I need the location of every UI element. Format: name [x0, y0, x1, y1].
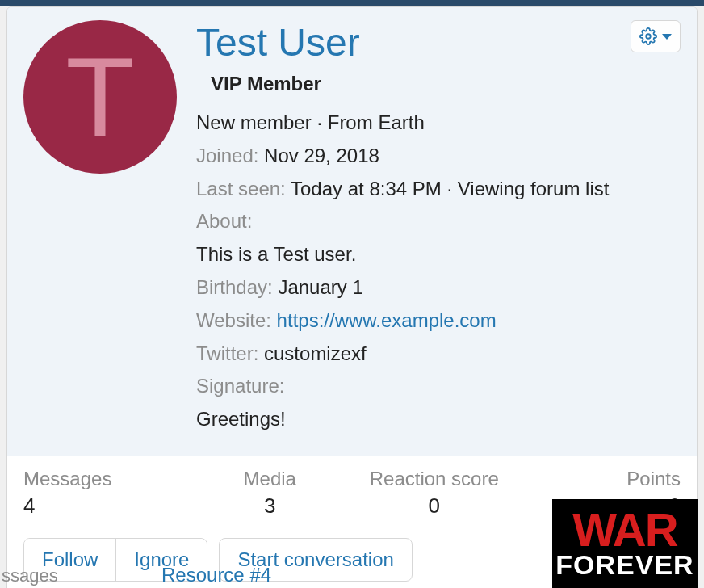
about-label: About:: [196, 210, 252, 232]
lastseen-line: Last seen: Today at 8:34 PM · Viewing fo…: [196, 173, 681, 206]
joined-value: Nov 29, 2018: [264, 145, 379, 166]
top-header-bar: [0, 0, 704, 6]
signature-value: Greetings!: [196, 403, 681, 436]
about-label-line: About:: [196, 205, 681, 238]
gear-icon: [639, 27, 657, 45]
svg-point-0: [646, 34, 651, 39]
birthday-line: Birthday: January 1: [196, 271, 681, 304]
activity-value: Viewing forum list: [458, 178, 610, 200]
joined-label: Joined:: [196, 145, 258, 166]
twitter-value: customizexf: [264, 342, 367, 364]
stat-messages[interactable]: Messages 4: [23, 468, 188, 519]
lastseen-label: Last seen:: [196, 178, 286, 200]
ad-banner[interactable]: WAR FOREVER: [552, 499, 698, 588]
stat-media-label: Media: [188, 468, 353, 490]
lastseen-value: Today at 8:34 PM: [291, 178, 442, 200]
user-rank: New member: [196, 111, 312, 133]
from-label: From: [328, 111, 373, 133]
twitter-label: Twitter:: [196, 342, 258, 364]
website-link[interactable]: https://www.example.com: [277, 309, 497, 331]
avatar[interactable]: T: [23, 20, 177, 174]
signature-label: Signature:: [196, 375, 284, 397]
username-link[interactable]: Test User: [196, 20, 681, 65]
stat-reaction[interactable]: Reaction score 0: [352, 468, 517, 519]
signature-label-line: Signature:: [196, 370, 681, 403]
twitter-line: Twitter: customizexf: [196, 338, 681, 371]
stat-media[interactable]: Media 3: [188, 468, 353, 519]
stat-points-label: Points: [517, 468, 681, 490]
user-location[interactable]: Earth: [378, 111, 424, 133]
chevron-down-icon: [662, 34, 672, 40]
stat-messages-label: Messages: [23, 468, 188, 490]
joined-line: Joined: Nov 29, 2018: [196, 140, 681, 173]
birthday-value: January 1: [278, 276, 362, 298]
member-details: Test User VIP Member New member · From E…: [196, 20, 681, 436]
stat-reaction-value: 0: [352, 494, 517, 519]
user-title: VIP Member: [211, 73, 681, 95]
rank-location-line: New member · From Earth: [196, 107, 681, 140]
banner-text-line2: FOREVER: [555, 551, 694, 578]
birthday-label: Birthday:: [196, 276, 273, 298]
stat-media-value: 3: [188, 494, 353, 519]
about-value: This is a Test user.: [196, 238, 681, 271]
settings-dropdown-button[interactable]: [631, 20, 681, 52]
stat-reaction-label: Reaction score: [352, 468, 517, 490]
background-text-partial: ssages: [0, 565, 58, 586]
background-resource-link[interactable]: Resource #4: [161, 564, 271, 586]
website-label: Website:: [196, 309, 271, 331]
stat-messages-value: 4: [23, 494, 188, 519]
avatar-letter: T: [65, 40, 135, 153]
banner-text-line1: WAR: [572, 509, 677, 551]
website-line: Website: https://www.example.com: [196, 304, 681, 338]
member-info-section: T Test User VIP Member New member · From…: [7, 7, 697, 456]
